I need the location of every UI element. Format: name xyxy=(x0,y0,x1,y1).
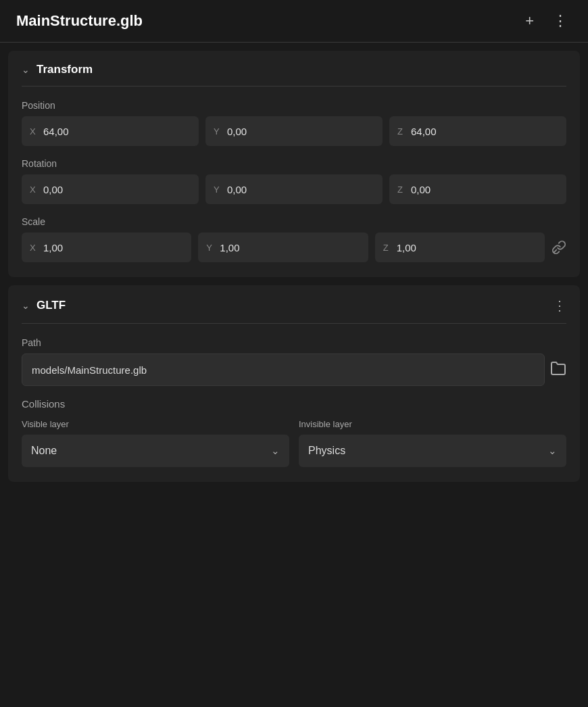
rotation-z-label: Z xyxy=(397,185,406,195)
rotation-x-label: X xyxy=(30,185,38,195)
scale-z-label: Z xyxy=(383,243,391,253)
path-label: Path xyxy=(22,337,566,348)
path-input[interactable] xyxy=(22,354,545,386)
scale-y-label: Y xyxy=(206,243,214,253)
gltf-divider xyxy=(22,323,566,324)
position-group: Position X 64,00 Y 0,00 Z 64,00 xyxy=(22,100,566,146)
gltf-header: ⌄ GLTF ⋮ xyxy=(22,297,566,314)
gltf-title: GLTF xyxy=(36,299,66,312)
header: MainStructure.glb + ⋮ xyxy=(0,0,588,42)
transform-section: ⌄ Transform Position X 64,00 Y 0,00 Z 64… xyxy=(8,51,580,277)
scale-y-value[interactable]: 1,00 xyxy=(220,242,360,253)
scale-z-input[interactable]: Z 1,00 xyxy=(375,233,545,262)
invisible-layer-chevron-icon: ⌄ xyxy=(548,445,557,457)
visible-layer-value: None xyxy=(31,445,57,457)
svg-line-0 xyxy=(554,250,557,253)
position-z-label: Z xyxy=(397,126,406,137)
scale-label: Scale xyxy=(22,216,566,227)
rotation-y-label: Y xyxy=(214,185,222,195)
path-field xyxy=(22,354,566,386)
header-divider xyxy=(0,42,588,43)
scale-y-input[interactable]: Y 1,00 xyxy=(198,233,368,262)
collisions-label: Collisions xyxy=(22,398,566,410)
position-x-input[interactable]: X 64,00 xyxy=(22,116,199,146)
invisible-layer-value: Physics xyxy=(308,445,345,457)
layer-row: Visible layer None ⌄ Invisible layer Phy… xyxy=(22,419,566,467)
transform-title: Transform xyxy=(36,63,93,76)
visible-layer-select[interactable]: None ⌄ xyxy=(22,435,289,467)
visible-layer-chevron-icon: ⌄ xyxy=(271,445,280,457)
gltf-chevron-icon[interactable]: ⌄ xyxy=(22,300,30,311)
transform-chevron-icon[interactable]: ⌄ xyxy=(22,64,30,75)
invisible-layer-label: Invisible layer xyxy=(299,419,566,429)
position-z-input[interactable]: Z 64,00 xyxy=(389,116,566,146)
rotation-y-input[interactable]: Y 0,00 xyxy=(205,174,383,204)
link-scale-icon[interactable] xyxy=(552,240,566,255)
position-y-label: Y xyxy=(214,126,222,137)
rotation-x-input[interactable]: X 0,00 xyxy=(22,174,199,204)
gltf-more-icon[interactable]: ⋮ xyxy=(553,297,566,314)
more-button[interactable]: ⋮ xyxy=(549,12,572,30)
rotation-z-value[interactable]: 0,00 xyxy=(411,184,558,195)
rotation-y-value[interactable]: 0,00 xyxy=(227,184,374,195)
position-y-value[interactable]: 0,00 xyxy=(227,126,374,137)
scale-x-value[interactable]: 1,00 xyxy=(43,242,183,253)
position-input-row: X 64,00 Y 0,00 Z 64,00 xyxy=(22,116,566,146)
scale-group: Scale X 1,00 Y 1,00 Z 1,00 xyxy=(22,216,566,262)
transform-header: ⌄ Transform xyxy=(22,63,566,76)
transform-title-row: ⌄ Transform xyxy=(22,63,93,76)
position-x-label: X xyxy=(30,126,38,137)
rotation-group: Rotation X 0,00 Y 0,00 Z 0,00 xyxy=(22,158,566,204)
gltf-section: ⌄ GLTF ⋮ Path Collisions Visible layer N… xyxy=(8,285,580,482)
gltf-title-row: ⌄ GLTF xyxy=(22,299,66,312)
invisible-layer-group: Invisible layer Physics ⌄ xyxy=(299,419,566,467)
header-actions: + ⋮ xyxy=(521,12,572,30)
visible-layer-group: Visible layer None ⌄ xyxy=(22,419,289,467)
rotation-z-input[interactable]: Z 0,00 xyxy=(389,174,566,204)
rotation-label: Rotation xyxy=(22,158,566,169)
scale-x-label: X xyxy=(30,243,38,253)
add-button[interactable]: + xyxy=(521,12,538,30)
rotation-input-row: X 0,00 Y 0,00 Z 0,00 xyxy=(22,174,566,204)
scale-x-input[interactable]: X 1,00 xyxy=(22,233,191,262)
folder-icon[interactable] xyxy=(550,360,566,380)
invisible-layer-select[interactable]: Physics ⌄ xyxy=(299,435,566,467)
transform-divider xyxy=(22,86,566,87)
rotation-x-value[interactable]: 0,00 xyxy=(43,184,191,195)
page-title: MainStructure.glb xyxy=(16,12,143,30)
scale-input-row: X 1,00 Y 1,00 Z 1,00 xyxy=(22,233,566,262)
scale-z-value[interactable]: 1,00 xyxy=(397,242,537,253)
position-y-input[interactable]: Y 0,00 xyxy=(205,116,383,146)
position-x-value[interactable]: 64,00 xyxy=(43,126,191,137)
position-z-value[interactable]: 64,00 xyxy=(411,126,558,137)
position-label: Position xyxy=(22,100,566,111)
visible-layer-label: Visible layer xyxy=(22,419,289,429)
